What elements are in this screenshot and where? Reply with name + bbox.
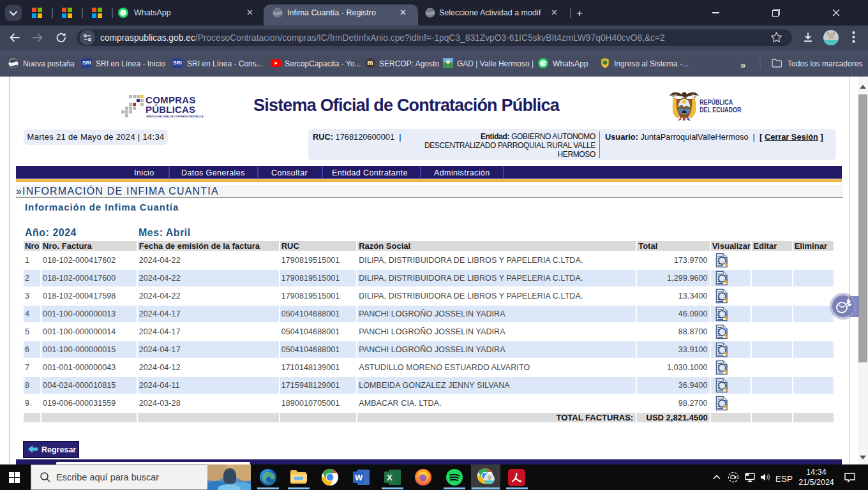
svg-text:X: X — [387, 473, 393, 482]
svg-text:PÚBLICAS: PÚBLICAS — [146, 104, 195, 115]
svg-text:REPÚBLICA: REPÚBLICA — [700, 98, 733, 106]
svg-text:SERVICIO NACIONAL DE CONTRATAC: SERVICIO NACIONAL DE CONTRATACIÓN PÚBLIC… — [146, 115, 204, 118]
svg-text:DEL ECUADOR: DEL ECUADOR — [700, 106, 741, 114]
svg-text:W: W — [355, 473, 363, 482]
